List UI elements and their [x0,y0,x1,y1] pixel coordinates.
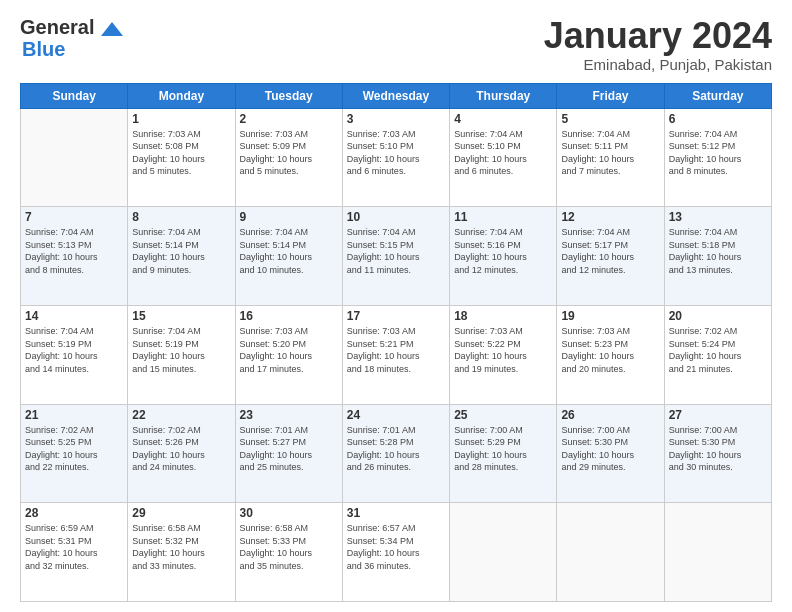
calendar-cell: 8Sunrise: 7:04 AM Sunset: 5:14 PM Daylig… [128,207,235,306]
logo-blue: Blue [22,38,65,61]
day-number: 13 [669,210,767,224]
calendar-cell: 18Sunrise: 7:03 AM Sunset: 5:22 PM Dayli… [450,305,557,404]
calendar-cell: 17Sunrise: 7:03 AM Sunset: 5:21 PM Dayli… [342,305,449,404]
calendar-cell: 9Sunrise: 7:04 AM Sunset: 5:14 PM Daylig… [235,207,342,306]
day-number: 28 [25,506,123,520]
day-number: 24 [347,408,445,422]
calendar-header-wednesday: Wednesday [342,83,449,108]
day-number: 18 [454,309,552,323]
calendar-cell: 7Sunrise: 7:04 AM Sunset: 5:13 PM Daylig… [21,207,128,306]
day-info: Sunrise: 7:00 AM Sunset: 5:30 PM Dayligh… [561,424,659,474]
day-info: Sunrise: 7:01 AM Sunset: 5:27 PM Dayligh… [240,424,338,474]
day-info: Sunrise: 7:02 AM Sunset: 5:25 PM Dayligh… [25,424,123,474]
calendar-header-friday: Friday [557,83,664,108]
calendar-cell: 14Sunrise: 7:04 AM Sunset: 5:19 PM Dayli… [21,305,128,404]
day-info: Sunrise: 7:03 AM Sunset: 5:20 PM Dayligh… [240,325,338,375]
calendar-cell: 29Sunrise: 6:58 AM Sunset: 5:32 PM Dayli… [128,503,235,602]
calendar-cell: 3Sunrise: 7:03 AM Sunset: 5:10 PM Daylig… [342,108,449,207]
day-info: Sunrise: 7:02 AM Sunset: 5:26 PM Dayligh… [132,424,230,474]
calendar-cell: 16Sunrise: 7:03 AM Sunset: 5:20 PM Dayli… [235,305,342,404]
calendar-cell: 28Sunrise: 6:59 AM Sunset: 5:31 PM Dayli… [21,503,128,602]
calendar-header-thursday: Thursday [450,83,557,108]
calendar-cell [664,503,771,602]
calendar-header-tuesday: Tuesday [235,83,342,108]
day-number: 22 [132,408,230,422]
day-number: 17 [347,309,445,323]
day-number: 12 [561,210,659,224]
calendar-cell: 1Sunrise: 7:03 AM Sunset: 5:08 PM Daylig… [128,108,235,207]
calendar-week-2: 7Sunrise: 7:04 AM Sunset: 5:13 PM Daylig… [21,207,772,306]
day-number: 19 [561,309,659,323]
day-info: Sunrise: 7:04 AM Sunset: 5:14 PM Dayligh… [240,226,338,276]
calendar-header-sunday: Sunday [21,83,128,108]
day-number: 11 [454,210,552,224]
calendar-header-monday: Monday [128,83,235,108]
logo-general: General [20,16,123,38]
calendar-cell: 12Sunrise: 7:04 AM Sunset: 5:17 PM Dayli… [557,207,664,306]
month-title: January 2024 [544,16,772,56]
day-number: 16 [240,309,338,323]
day-number: 25 [454,408,552,422]
day-number: 2 [240,112,338,126]
day-info: Sunrise: 7:04 AM Sunset: 5:16 PM Dayligh… [454,226,552,276]
calendar-week-3: 14Sunrise: 7:04 AM Sunset: 5:19 PM Dayli… [21,305,772,404]
day-number: 29 [132,506,230,520]
day-info: Sunrise: 6:58 AM Sunset: 5:33 PM Dayligh… [240,522,338,572]
title-area: January 2024 Eminabad, Punjab, Pakistan [544,16,772,73]
day-info: Sunrise: 7:04 AM Sunset: 5:19 PM Dayligh… [25,325,123,375]
day-info: Sunrise: 7:04 AM Sunset: 5:10 PM Dayligh… [454,128,552,178]
calendar-cell [21,108,128,207]
logo: General Blue [20,16,123,61]
day-number: 27 [669,408,767,422]
day-info: Sunrise: 7:03 AM Sunset: 5:23 PM Dayligh… [561,325,659,375]
calendar-cell: 19Sunrise: 7:03 AM Sunset: 5:23 PM Dayli… [557,305,664,404]
day-number: 8 [132,210,230,224]
day-number: 15 [132,309,230,323]
calendar-cell: 30Sunrise: 6:58 AM Sunset: 5:33 PM Dayli… [235,503,342,602]
calendar-cell: 23Sunrise: 7:01 AM Sunset: 5:27 PM Dayli… [235,404,342,503]
day-info: Sunrise: 7:00 AM Sunset: 5:30 PM Dayligh… [669,424,767,474]
page: General Blue January 2024 Eminabad, Punj… [0,0,792,612]
day-number: 5 [561,112,659,126]
day-number: 7 [25,210,123,224]
calendar-cell: 20Sunrise: 7:02 AM Sunset: 5:24 PM Dayli… [664,305,771,404]
header: General Blue January 2024 Eminabad, Punj… [20,16,772,73]
day-number: 10 [347,210,445,224]
day-info: Sunrise: 7:03 AM Sunset: 5:10 PM Dayligh… [347,128,445,178]
day-info: Sunrise: 6:58 AM Sunset: 5:32 PM Dayligh… [132,522,230,572]
calendar-header-saturday: Saturday [664,83,771,108]
location: Eminabad, Punjab, Pakistan [544,56,772,73]
day-info: Sunrise: 7:04 AM Sunset: 5:18 PM Dayligh… [669,226,767,276]
svg-marker-0 [101,22,123,36]
day-number: 26 [561,408,659,422]
day-info: Sunrise: 7:01 AM Sunset: 5:28 PM Dayligh… [347,424,445,474]
day-info: Sunrise: 7:00 AM Sunset: 5:29 PM Dayligh… [454,424,552,474]
day-number: 9 [240,210,338,224]
calendar-cell: 22Sunrise: 7:02 AM Sunset: 5:26 PM Dayli… [128,404,235,503]
day-number: 1 [132,112,230,126]
day-info: Sunrise: 7:04 AM Sunset: 5:13 PM Dayligh… [25,226,123,276]
calendar-cell: 2Sunrise: 7:03 AM Sunset: 5:09 PM Daylig… [235,108,342,207]
calendar-cell: 25Sunrise: 7:00 AM Sunset: 5:29 PM Dayli… [450,404,557,503]
day-info: Sunrise: 6:59 AM Sunset: 5:31 PM Dayligh… [25,522,123,572]
calendar-week-4: 21Sunrise: 7:02 AM Sunset: 5:25 PM Dayli… [21,404,772,503]
calendar-cell: 5Sunrise: 7:04 AM Sunset: 5:11 PM Daylig… [557,108,664,207]
calendar-week-5: 28Sunrise: 6:59 AM Sunset: 5:31 PM Dayli… [21,503,772,602]
day-number: 4 [454,112,552,126]
calendar-cell: 6Sunrise: 7:04 AM Sunset: 5:12 PM Daylig… [664,108,771,207]
day-info: Sunrise: 7:02 AM Sunset: 5:24 PM Dayligh… [669,325,767,375]
day-info: Sunrise: 7:04 AM Sunset: 5:12 PM Dayligh… [669,128,767,178]
calendar-cell: 27Sunrise: 7:00 AM Sunset: 5:30 PM Dayli… [664,404,771,503]
day-info: Sunrise: 7:03 AM Sunset: 5:22 PM Dayligh… [454,325,552,375]
calendar-cell [557,503,664,602]
calendar-cell: 10Sunrise: 7:04 AM Sunset: 5:15 PM Dayli… [342,207,449,306]
calendar-header-row: SundayMondayTuesdayWednesdayThursdayFrid… [21,83,772,108]
calendar-cell: 26Sunrise: 7:00 AM Sunset: 5:30 PM Dayli… [557,404,664,503]
day-number: 21 [25,408,123,422]
day-info: Sunrise: 7:04 AM Sunset: 5:11 PM Dayligh… [561,128,659,178]
day-info: Sunrise: 7:03 AM Sunset: 5:21 PM Dayligh… [347,325,445,375]
calendar-cell: 13Sunrise: 7:04 AM Sunset: 5:18 PM Dayli… [664,207,771,306]
day-number: 6 [669,112,767,126]
calendar-cell: 11Sunrise: 7:04 AM Sunset: 5:16 PM Dayli… [450,207,557,306]
day-number: 20 [669,309,767,323]
